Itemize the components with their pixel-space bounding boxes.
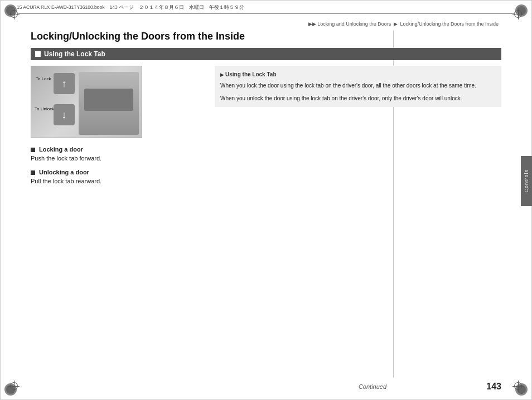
breadcrumb-part2: Locking/Unlocking the Doors from the Ins…: [400, 21, 499, 27]
right-column: Using the Lock Tab When you lock the doo…: [215, 66, 501, 191]
locking-text: Push the lock tab forward.: [31, 154, 204, 163]
breadcrumb-arrow: ▶▶: [308, 21, 316, 27]
note-paragraph-1: When you lock the door using the lock ta…: [220, 81, 496, 90]
page-title: Locking/Unlocking the Doors from the Ins…: [31, 31, 501, 42]
locking-bullet-icon: [31, 148, 35, 152]
lock-arrow-box: ↑: [54, 73, 75, 94]
unlocking-text: Pull the lock tab rearward.: [31, 177, 204, 186]
note-box-title: Using the Lock Tab: [220, 70, 496, 79]
file-info: 15 ACURA RLX E-AWD-31TY36100.book 143 ペー…: [17, 4, 515, 11]
diagram-label-unlock: To Unlock: [35, 106, 54, 111]
section-square-icon: [35, 51, 41, 57]
section-header: Using the Lock Tab: [31, 48, 501, 60]
locking-title: Locking a door: [31, 146, 204, 153]
breadcrumb: ▶▶ Locking and Unlocking the Doors ▶ Loc…: [308, 21, 499, 27]
controls-tab-label: Controls: [524, 169, 529, 193]
panel-detail: [84, 89, 133, 111]
locking-instruction: Locking a door Push the lock tab forward…: [31, 146, 204, 163]
unlocking-title: Unlocking a door: [31, 169, 204, 175]
unlock-arrow-icon: ↓: [62, 109, 67, 121]
main-content: Locking/Unlocking the Doors from the Ins…: [31, 31, 501, 378]
lock-arrow-icon: ↑: [62, 78, 67, 90]
crosshair-circle-tr: [514, 10, 522, 18]
note-box: Using the Lock Tab When you lock the doo…: [215, 66, 501, 107]
breadcrumb-part1: Locking and Unlocking the Doors: [317, 21, 391, 27]
locking-title-text: Locking a door: [39, 146, 83, 153]
left-column: Lock Tab To Lock ↑ To Unlock ↓: [31, 66, 204, 191]
section-title: Using the Lock Tab: [44, 50, 105, 58]
interior-panel: [79, 72, 139, 135]
unlocking-instruction: Unlocking a door Pull the lock tab rearw…: [31, 169, 204, 186]
crosshair-circle-br: [514, 382, 522, 390]
note-paragraph-2: When you unlock the door using the lock …: [220, 94, 496, 103]
footer-bar: Continued 143: [31, 382, 501, 392]
crosshair-bl: [8, 381, 20, 392]
crosshair-br: [512, 381, 524, 392]
footer-continued: Continued: [259, 383, 487, 390]
top-bar: 15 ACURA RLX E-AWD-31TY36100.book 143 ペー…: [17, 4, 515, 14]
diagram-label-lock: To Lock: [36, 76, 51, 81]
unlocking-bullet-icon: [31, 170, 35, 175]
page-number: 143: [486, 382, 501, 392]
unlock-arrow-box: ↓: [54, 104, 75, 125]
breadcrumb-sep: ▶: [394, 21, 398, 27]
unlocking-title-text: Unlocking a door: [39, 169, 89, 175]
crosshair-circle-bl: [10, 382, 18, 390]
lock-tab-diagram: Lock Tab To Lock ↑ To Unlock ↓: [31, 66, 142, 138]
two-column-layout: Lock Tab To Lock ↑ To Unlock ↓: [31, 66, 501, 191]
controls-tab: Controls: [521, 156, 532, 206]
